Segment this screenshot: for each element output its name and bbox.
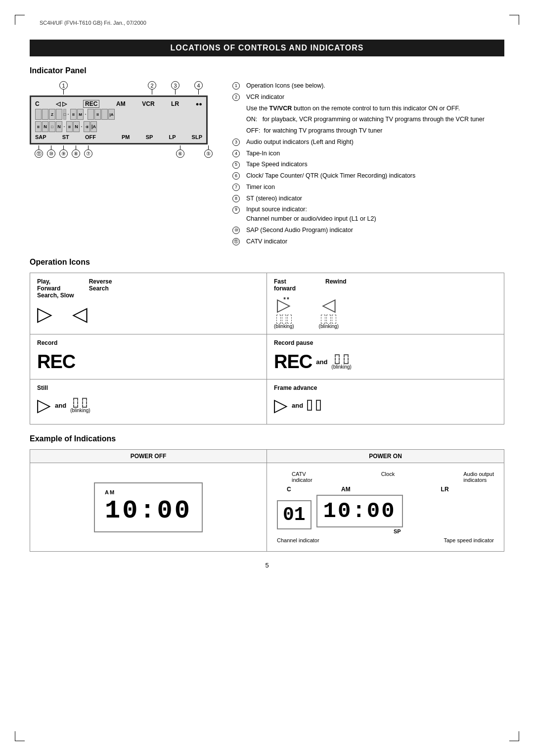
callout-4: 4 bbox=[194, 81, 203, 94]
channel-indicator-label: Channel indicator bbox=[277, 537, 319, 543]
still-icon: ▷ bbox=[37, 396, 51, 414]
lcd-sp-label: SP bbox=[146, 134, 153, 140]
indicator-item-8: 8 ST (stereo) indicator bbox=[232, 194, 504, 203]
tape-speed-label: Tape speed indicator bbox=[444, 537, 494, 543]
indicator-item-5: 5 Tape Speed indicators bbox=[232, 160, 504, 169]
power-on-header: POWER ON bbox=[267, 450, 504, 463]
icon-cell-fast: Fast forward Rewind ▷̈ bbox=[267, 273, 504, 334]
reverse-label: Reverse bbox=[89, 278, 112, 285]
power-on-am: AM bbox=[341, 486, 351, 493]
forward-label: Forward bbox=[37, 285, 74, 292]
page-number: 5 bbox=[30, 562, 504, 569]
power-off-am: AM bbox=[105, 489, 192, 495]
lcd-rec-label: REC bbox=[83, 100, 99, 108]
blinking-label-ff: (blinking) bbox=[274, 324, 294, 329]
and-label-2: and bbox=[55, 402, 66, 409]
callout-3: 3 bbox=[171, 81, 179, 94]
example-section: Example of Indications POWER OFF POWER O… bbox=[30, 434, 504, 552]
callout-8: ⑧ bbox=[72, 145, 80, 158]
indicator-item-10: ⑩ SAP (Second Audio Program) indicator bbox=[232, 226, 504, 235]
icon-cell-still: Still ▷ and (blinking) bbox=[30, 379, 267, 424]
lcd-lr-label: LR bbox=[171, 100, 179, 107]
rec-pause-icon: REC bbox=[274, 351, 312, 373]
power-off-header: POWER OFF bbox=[30, 450, 267, 463]
indicator-panel-right: 1 Operation Icons (see below). 2 VCR ind… bbox=[232, 81, 504, 248]
blinking-label-rw: (blinking) bbox=[319, 324, 339, 329]
lcd-pm-label: PM bbox=[122, 134, 130, 140]
rewind-icon: ◁ bbox=[322, 296, 336, 314]
indicator-item-11: ⑪ CATV indicator bbox=[232, 237, 504, 246]
indicator-item-4: 4 Tape-In icon bbox=[232, 149, 504, 158]
indicator-panel-left: 1 2 3 4 bbox=[30, 81, 218, 248]
power-on-cell: CATVindicator Clock Audio outputindicato… bbox=[267, 463, 504, 551]
power-on-channel: 01 bbox=[283, 504, 306, 525]
power-on-time-display: 10:00 bbox=[316, 495, 403, 527]
lcd-am-label: AM bbox=[116, 100, 126, 107]
power-table: POWER OFF POWER ON AM 10:00 bbox=[30, 449, 504, 552]
reverse-search-icon: ◁ bbox=[72, 304, 88, 324]
record-label: Record bbox=[37, 339, 260, 346]
lcd-dots: ●● bbox=[196, 101, 202, 107]
indicator-item-2-sub1: Use the TV/VCR button on the remote cont… bbox=[232, 104, 504, 113]
power-on-channel-display: 01 bbox=[277, 500, 312, 529]
lcd-sap-label: SAP bbox=[35, 134, 46, 140]
operation-icons-section: Operation Icons Play, Forward Search, Sl… bbox=[30, 258, 504, 425]
indicator-item-2-sub3: OFF: for watching TV programs through TV… bbox=[232, 126, 504, 136]
indicator-item-9: 9 Input source indicator:Channel number … bbox=[232, 205, 504, 224]
corner-mark-tr bbox=[509, 15, 519, 25]
indicator-item-1: 1 Operation Icons (see below). bbox=[232, 81, 504, 91]
callout-9: ⑨ bbox=[59, 145, 68, 158]
callout-7: ⑦ bbox=[84, 145, 92, 158]
callout-5: ⑤ bbox=[204, 145, 213, 158]
still-label: Still bbox=[37, 384, 260, 391]
blinking-label-still: (blinking) bbox=[70, 408, 90, 413]
indicator-item-2: 2 VCR indicator bbox=[232, 93, 504, 102]
power-on-sp: SP bbox=[394, 528, 403, 534]
rewind-label: Rewind bbox=[325, 278, 347, 285]
indicator-panel-section: 1 2 3 4 bbox=[30, 81, 504, 248]
clock-label: Clock bbox=[381, 471, 395, 483]
icon-cell-record-pause: Record pause REC and (blinking) bbox=[267, 334, 504, 379]
icon-cell-record: Record REC bbox=[30, 334, 267, 379]
lcd-st-label: ST bbox=[62, 134, 69, 140]
lcd-panel: C ◁ ▷ REC AM VCR LR ●● Z bbox=[30, 95, 208, 144]
power-on-time: 10:00 bbox=[323, 499, 396, 523]
callout-10: ⑩ bbox=[47, 145, 55, 158]
and-label-1: and bbox=[316, 358, 327, 366]
and-label-3: and bbox=[292, 402, 303, 409]
blinking-label-rp: (blinking) bbox=[331, 364, 352, 370]
corner-mark-tl bbox=[15, 15, 25, 25]
frame-advance-label: Frame advance bbox=[274, 384, 497, 391]
callout-2: 2 bbox=[148, 81, 156, 94]
power-off-cell: AM 10:00 bbox=[30, 463, 267, 551]
callout-1: 1 bbox=[59, 81, 68, 94]
operation-icons-title: Operation Icons bbox=[30, 258, 504, 267]
example-indications-title: Example of Indications bbox=[30, 434, 504, 443]
rec-icon: REC bbox=[37, 351, 75, 372]
record-pause-label: Record pause bbox=[274, 339, 497, 346]
operation-icons-table: Play, Forward Search, Slow Reverse Searc… bbox=[30, 273, 504, 425]
callout-6: ⑥ bbox=[176, 145, 184, 158]
play-label: Play, bbox=[37, 278, 74, 285]
catv-indicator-label: CATVindicator bbox=[292, 471, 312, 483]
power-off-time: 10:00 bbox=[105, 496, 192, 525]
power-on-c: C bbox=[287, 486, 291, 493]
indicator-item-6: 6 Clock/ Tape Counter/ QTR (Quick Timer … bbox=[232, 171, 504, 181]
indicator-panel-title: Indicator Panel bbox=[30, 66, 504, 75]
forward-label2: forward bbox=[274, 285, 296, 292]
lcd-arrows: ◁ ▷ bbox=[56, 100, 66, 107]
corner-mark-bl bbox=[15, 731, 25, 741]
indicator-item-7: 7 Timer icon bbox=[232, 183, 504, 192]
reverse-search-label: Search bbox=[89, 285, 112, 292]
indicator-item-3: 3 Audio output indicators (Left and Righ… bbox=[232, 138, 504, 147]
icon-cell-frame-advance: Frame advance ▷ and bbox=[267, 379, 504, 424]
corner-mark-br bbox=[509, 731, 519, 741]
lcd-c-label: C bbox=[35, 100, 40, 107]
lcd-lp-label: LP bbox=[169, 134, 176, 140]
section-title: LOCATIONS OF CONTROLS AND INDICATORS bbox=[30, 40, 504, 56]
frame-advance-icon: ▷ bbox=[274, 396, 288, 414]
lcd-slp-label: SLP bbox=[192, 134, 202, 140]
fast-forward-icon: ▷̈ bbox=[277, 296, 291, 314]
audio-output-label: Audio outputindicators bbox=[463, 471, 494, 483]
icon-cell-play: Play, Forward Search, Slow Reverse Searc… bbox=[30, 273, 267, 334]
